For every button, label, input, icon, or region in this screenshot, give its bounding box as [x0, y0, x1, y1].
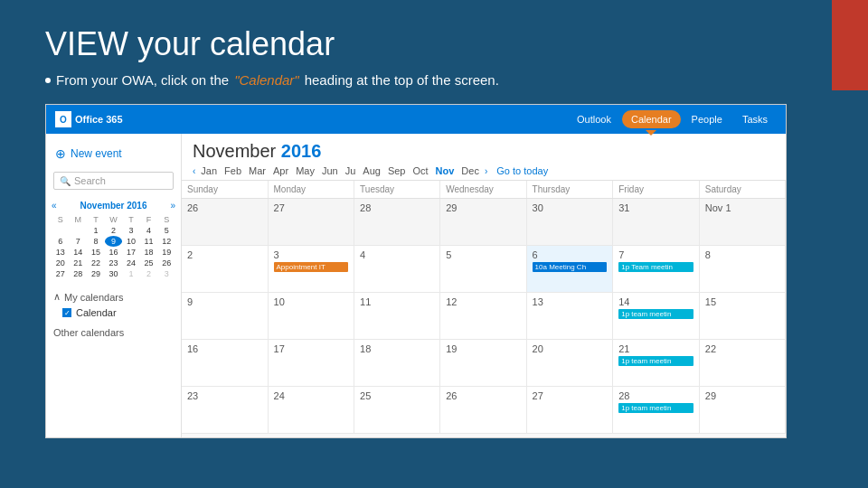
- nav-item-tasks[interactable]: Tasks: [733, 110, 777, 128]
- new-event-label: New event: [71, 147, 122, 160]
- event-team-meeting-21[interactable]: 1p team meetin: [618, 356, 693, 366]
- cell-24[interactable]: 24: [268, 387, 354, 434]
- cal-month-dec[interactable]: Dec: [461, 165, 479, 176]
- table-row: 16 17 18 19 20 211p team meetin 22: [182, 340, 786, 387]
- cell-12[interactable]: 12: [440, 293, 526, 340]
- cell-7[interactable]: 71p Team meetin: [613, 246, 700, 293]
- cell-26[interactable]: 26: [440, 387, 526, 434]
- cal-month-sep[interactable]: Sep: [388, 165, 406, 176]
- office365-logo-text: Office 365: [75, 114, 123, 125]
- cell-22[interactable]: 22: [699, 340, 785, 387]
- calendar-checkbox[interactable]: [62, 308, 71, 317]
- other-calendars-label: Other calendars: [53, 327, 124, 338]
- search-placeholder-text: Search: [74, 175, 106, 186]
- cal-month-title: November 2016: [193, 141, 775, 162]
- cell-28[interactable]: 281p team meetin: [613, 387, 700, 434]
- cell-13[interactable]: 13: [526, 293, 613, 340]
- cal-month-name: November: [193, 141, 281, 161]
- calendar-item[interactable]: Calendar: [53, 305, 174, 320]
- cell-6[interactable]: 610a Meeting Ch: [526, 246, 613, 293]
- event-team-meeting-28[interactable]: 1p team meetin: [618, 403, 693, 413]
- mini-cal-grid: SMTWTFS 12345 6789101112 13141516171819: [52, 214, 175, 279]
- cell-29[interactable]: 29: [699, 387, 785, 434]
- event-appointment[interactable]: Appointment IT: [274, 262, 349, 272]
- cell-21[interactable]: 211p team meetin: [613, 340, 700, 387]
- col-friday: Friday: [613, 181, 700, 199]
- event-meeting[interactable]: 10a Meeting Ch: [533, 262, 608, 272]
- cell-4[interactable]: 4: [354, 246, 440, 293]
- owa-window: O Office 365 Outlook Calendar People Tas…: [45, 104, 787, 438]
- cal-month-jun[interactable]: Jun: [322, 165, 338, 176]
- cell-10[interactable]: 10: [268, 293, 354, 340]
- cell-15[interactable]: 15: [699, 293, 785, 340]
- mini-cal-title: November 2016: [80, 201, 147, 211]
- cal-month-jul[interactable]: Ju: [345, 165, 356, 176]
- plus-icon: ⊕: [55, 146, 66, 161]
- col-wednesday: Wednesday: [440, 181, 526, 199]
- search-box[interactable]: 🔍 Search: [53, 172, 174, 190]
- new-event-button[interactable]: ⊕ New event: [46, 141, 181, 166]
- cal-month-jan[interactable]: Jan: [201, 165, 217, 176]
- nav-items: Outlook Calendar People Tasks: [568, 110, 777, 128]
- cell-17[interactable]: 17: [268, 340, 354, 387]
- mini-calendar: « November 2016 » SMTWTFS 12345: [46, 195, 181, 281]
- red-accent-block: [832, 0, 868, 90]
- cell-3[interactable]: 3Appointment IT: [268, 246, 354, 293]
- cal-month-mar[interactable]: Mar: [249, 165, 266, 176]
- cell-23[interactable]: 23: [182, 387, 268, 434]
- bullet-point: [45, 78, 51, 83]
- event-team-meeting-7[interactable]: 1p Team meetin: [618, 262, 693, 272]
- cal-main-header: November 2016 ‹ Jan Feb Mar Apr May Jun …: [182, 134, 786, 181]
- cell-oct29[interactable]: 29: [440, 199, 526, 246]
- cell-27[interactable]: 27: [526, 387, 613, 434]
- my-calendars-section: ∧ My calendars Calendar: [46, 288, 181, 320]
- cell-8[interactable]: 8: [699, 246, 785, 293]
- col-sunday: Sunday: [182, 181, 268, 199]
- cell-16[interactable]: 16: [182, 340, 268, 387]
- table-row: 26 27 28 29 30 31 Nov 1: [182, 199, 786, 246]
- cell-11[interactable]: 11: [354, 293, 440, 340]
- cell-oct27[interactable]: 27: [268, 199, 354, 246]
- cell-19[interactable]: 19: [440, 340, 526, 387]
- calendar-item-label: Calendar: [76, 307, 117, 318]
- cell-nov1[interactable]: Nov 1: [699, 199, 785, 246]
- cal-month-feb[interactable]: Feb: [224, 165, 241, 176]
- owa-body: ⊕ New event 🔍 Search « November 2016 »: [46, 134, 786, 437]
- cell-18[interactable]: 18: [354, 340, 440, 387]
- office-logo: O Office 365: [55, 111, 123, 127]
- cell-oct31[interactable]: 31: [613, 199, 700, 246]
- my-calendars-header[interactable]: ∧ My calendars: [53, 288, 174, 305]
- cal-month-nov[interactable]: Nov: [436, 165, 455, 176]
- nav-item-calendar[interactable]: Calendar: [622, 110, 681, 128]
- subtitle-prefix: From your OWA, click on the: [56, 72, 229, 88]
- cal-month-oct[interactable]: Oct: [412, 165, 428, 176]
- event-team-meeting-14[interactable]: 1p team meetin: [618, 309, 693, 319]
- cal-month-nav: Jan Feb Mar Apr May Jun Ju Aug Sep Oct N…: [201, 165, 479, 176]
- cell-9[interactable]: 9: [182, 293, 268, 340]
- cal-month-apr[interactable]: Apr: [273, 165, 288, 176]
- col-tuesday: Tuesday: [354, 181, 440, 199]
- cal-prev-chevron[interactable]: ‹: [193, 166, 195, 176]
- go-today-button[interactable]: Go to today: [496, 165, 548, 176]
- cell-25[interactable]: 25: [354, 387, 440, 434]
- cell-20[interactable]: 20: [526, 340, 613, 387]
- table-row: 9 10 11 12 13 141p team meetin 15: [182, 293, 786, 340]
- cell-5[interactable]: 5: [440, 246, 526, 293]
- cell-oct26[interactable]: 26: [182, 199, 268, 246]
- cell-oct30[interactable]: 30: [526, 199, 613, 246]
- other-calendars-section: Other calendars: [46, 324, 181, 342]
- nav-item-people[interactable]: People: [683, 110, 731, 128]
- cell-2[interactable]: 2: [182, 246, 268, 293]
- nav-item-outlook[interactable]: Outlook: [568, 110, 620, 128]
- mini-cal-prev[interactable]: «: [52, 201, 57, 211]
- cell-14[interactable]: 141p team meetin: [613, 293, 700, 340]
- cell-oct28[interactable]: 28: [354, 199, 440, 246]
- cal-month-aug[interactable]: Aug: [363, 165, 381, 176]
- cal-next-chevron[interactable]: ›: [485, 166, 487, 176]
- cal-month-may[interactable]: May: [296, 165, 315, 176]
- owa-sidebar: ⊕ New event 🔍 Search « November 2016 »: [46, 134, 182, 437]
- mini-cal-next[interactable]: »: [170, 201, 175, 211]
- main-content: VIEW your calendar From your OWA, click …: [0, 0, 868, 456]
- cal-year: 2016: [281, 141, 322, 161]
- search-icon: 🔍: [60, 176, 71, 186]
